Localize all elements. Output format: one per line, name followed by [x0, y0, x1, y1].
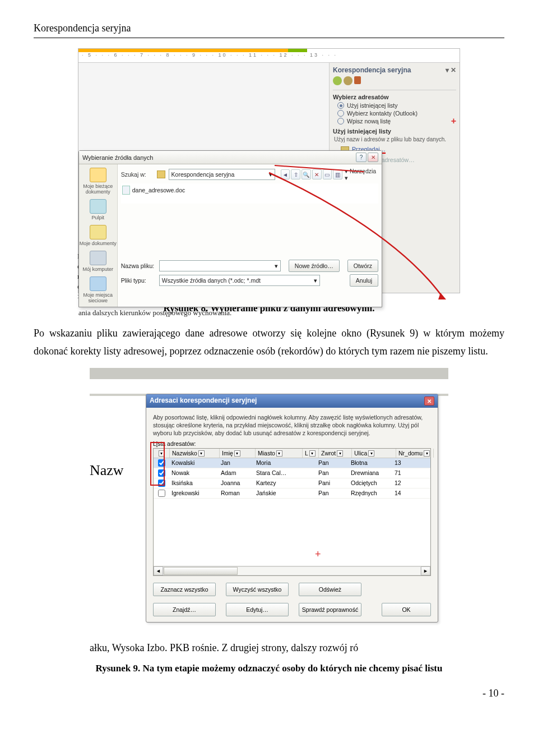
word-ruler: · 5 · · · 6 · · · 7 · · · 8 · · · 9 · · … [78, 52, 460, 63]
clear-all-button[interactable]: Wyczyść wszystko [226, 583, 289, 596]
table-cell: 12 [392, 478, 429, 488]
row-checkbox[interactable] [154, 488, 169, 498]
close-icon[interactable]: ✕ [368, 153, 378, 162]
table-cell: Pan [316, 468, 349, 478]
table-cell: 14 [392, 488, 429, 498]
use-list-description: Użyj nazw i adresów z pliku lub bazy dan… [334, 136, 456, 142]
lookin-value: Korespondencja seryjna [171, 171, 235, 178]
scroll-left-icon[interactable]: ◄ [154, 566, 163, 575]
table-cell: 13 [392, 458, 429, 468]
pane-title: Korespondencja seryjna [333, 66, 411, 74]
frag-line-long: ania dalszych kierunków postępowego wych… [78, 308, 231, 317]
page-number: - 10 - [34, 688, 504, 699]
col-street[interactable]: Ulica▾ [352, 449, 396, 458]
table-cell: Moria [254, 458, 300, 468]
place-recent[interactable]: Moje bieżące dokumenty [79, 168, 117, 195]
table-cell: Iksińska [169, 478, 219, 488]
table-cell: Pan [316, 488, 349, 498]
running-header: Korespondencja seryjna [34, 22, 504, 34]
table-cell: Kartezy [254, 478, 300, 488]
find-button[interactable]: Znajdź… [153, 603, 216, 616]
table-row[interactable]: IksińskaJoannaKartezyPaniOdciętych12 [154, 478, 430, 488]
table-cell: Stara Cal… [254, 468, 300, 478]
col-city[interactable]: Miasto▾ [256, 449, 303, 458]
select-all-button[interactable]: Zaznacz wszystko [153, 583, 216, 596]
window-grey-bar [90, 368, 448, 379]
plus-icon: + [451, 116, 456, 126]
col-lastname[interactable]: Nazwisko▾ [170, 449, 220, 458]
recipients-dialog: Adresaci korespondencji seryjnej ✕ Aby p… [146, 394, 438, 623]
figure-2-caption: Rysunek 9. Na tym etapie możemy odznaczy… [34, 663, 504, 674]
body-paragraph: Po wskazaniu pliku zawierającego dane ad… [34, 324, 504, 360]
table-header: ▾ Nazwisko▾ Imię▾ Miasto▾ L▾ Zwrot▾ Ulic… [154, 449, 430, 458]
col-houseno[interactable]: Nr_domu▾ [396, 449, 434, 458]
table-cell: Odciętych [349, 478, 392, 488]
close-icon[interactable]: ✕ [424, 397, 434, 405]
table-row[interactable]: NowakAdamStara Cal…PanDrewniana71 [154, 468, 430, 478]
recipients-table[interactable]: ▾ Nazwisko▾ Imię▾ Miasto▾ L▾ Zwrot▾ Ulic… [153, 448, 431, 576]
table-cell: Rzędnych [349, 488, 392, 498]
table-row[interactable]: IgrekowskiRomanJańskiePanRzędnych14 [154, 488, 430, 499]
col-title[interactable]: Zwrot▾ [319, 449, 352, 458]
refresh-button[interactable]: Odśwież [299, 583, 361, 596]
table-cell [300, 488, 316, 498]
table-cell: Igrekowski [169, 488, 219, 498]
radio-use-list[interactable]: Użyj istniejącej listy [337, 102, 456, 109]
table-row[interactable]: KowalskiJanMoriaPanBłotna13 [154, 458, 430, 468]
lookin-combo[interactable]: Korespondencja seryjna ▾ [169, 169, 275, 180]
pane-nav-icons [333, 76, 456, 85]
document-icon [122, 186, 130, 195]
table-cell: Jan [219, 458, 254, 468]
folder-icon [157, 170, 165, 178]
place-mydocs[interactable]: Moje dokumenty [79, 225, 117, 246]
table-cell [300, 458, 316, 468]
filetype-label: Pliki typu: [121, 277, 156, 284]
figure-2: Nazw Adresaci korespondencji seryjnej ✕ … [34, 368, 504, 655]
table-cell: Nowak [169, 468, 219, 478]
back-nav-icon[interactable] [333, 76, 342, 85]
validate-button[interactable]: Sprawdź poprawność [299, 603, 361, 616]
list-label: Lista adresatów: [153, 440, 431, 447]
pane-close-icon[interactable]: ▾ ✕ [446, 66, 456, 74]
filename-input[interactable]: ▾ [159, 260, 281, 271]
table-cell: Drewniana [349, 468, 392, 478]
table-cell: Roman [219, 488, 254, 498]
background-text-fragment: Nazw [90, 462, 124, 479]
place-computer[interactable]: Mój komputer [79, 251, 117, 272]
hscrollbar[interactable]: ◄ ► [154, 566, 430, 575]
document-area: Izbo. PKB roś cenianie wag i n horyzonty… [78, 63, 329, 293]
file-name: dane_adresowe.doc [132, 187, 185, 193]
radio-new-list[interactable]: Wpisz nową listę [337, 118, 456, 125]
plus-icon: + [315, 548, 321, 560]
table-cell: Adam [219, 468, 254, 478]
table-cell: Jańskie [254, 488, 300, 498]
section-use-list: Użyj istniejącej listy [333, 128, 456, 135]
table-cell: Pani [316, 478, 349, 488]
ok-button[interactable]: OK [382, 603, 431, 616]
places-bar: Moje bieżące dokumenty Pulpit Moje dokum… [79, 164, 118, 307]
annotation-red-box [150, 442, 165, 486]
scroll-right-icon[interactable]: ► [421, 566, 430, 575]
home-nav-icon[interactable] [354, 76, 361, 84]
col-l[interactable]: L▾ [303, 449, 319, 458]
radio-outlook[interactable]: Wybierz kontakty (Outlook) [337, 110, 456, 117]
dialog2-instructions: Aby posortować listę, kliknij odpowiedni… [153, 413, 431, 437]
table-cell: Pan [316, 458, 349, 468]
col-firstname[interactable]: Imię▾ [220, 449, 256, 458]
table-cell: Kowalski [169, 458, 219, 468]
place-desktop[interactable]: Pulpit [79, 199, 117, 220]
fwd-nav-icon[interactable] [344, 76, 353, 85]
header-rule [34, 38, 504, 38]
dialog-title: Wybieranie źródła danych [82, 154, 153, 161]
help-icon[interactable]: ? [356, 153, 367, 162]
table-cell [300, 468, 316, 478]
table-cell: 71 [392, 468, 429, 478]
edit-button[interactable]: Edytuj… [226, 603, 289, 616]
table-blank [154, 499, 430, 566]
filename-label: Nazwa pliku: [121, 262, 156, 269]
table-cell [300, 478, 316, 488]
background-text-foot: ałku, Wysoka Izbo. PKB rośnie. Z drugiej… [90, 637, 448, 655]
section-select-recipients: Wybierz adresatów [333, 94, 456, 100]
place-network[interactable]: Moje miejsca sieciowe [79, 276, 117, 303]
dialog2-title: Adresaci korespondencji seryjnej [150, 397, 257, 405]
